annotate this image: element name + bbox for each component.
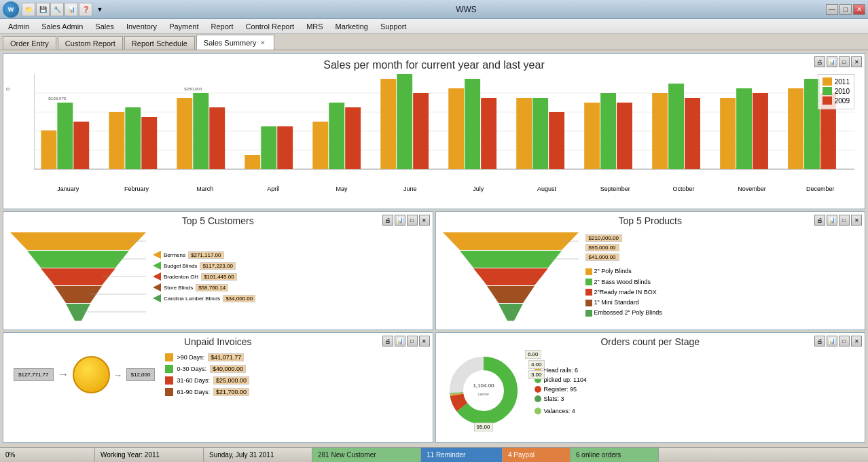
order-headrails-label: Head rails: 6 (544, 367, 579, 374)
unpaid-btn-close[interactable]: ✕ (419, 336, 430, 346)
flow-arrow-2: → (113, 370, 123, 380)
svg-rect-35 (685, 98, 700, 169)
svg-rect-12 (177, 98, 192, 169)
toolbar-icon-4[interactable]: 📊 (65, 3, 78, 16)
legend-color-2011 (822, 77, 832, 86)
panel-controls: 🖨 📊 □ ✕ (814, 56, 862, 67)
svg-rect-20 (345, 107, 361, 169)
unpaid-btn-chart[interactable]: 📊 (395, 336, 405, 346)
menu-sales[interactable]: Sales (90, 21, 120, 32)
toolbar-icon-2[interactable]: 💾 (36, 3, 50, 16)
svg-point-86 (535, 386, 541, 393)
svg-rect-6 (41, 130, 56, 169)
svg-marker-47 (41, 268, 115, 285)
orders-stage-panel: 🖨 📊 □ ✕ Orders count per Stage (435, 332, 866, 443)
svg-marker-59 (153, 294, 161, 302)
product-legend-5: Embossed 2" Poly Blinds (585, 308, 858, 318)
products-btn-resize[interactable]: □ (839, 215, 850, 226)
window-controls: — □ ✕ (826, 4, 865, 15)
panel-btn-close[interactable]: ✕ (851, 56, 862, 67)
orders-btn-print[interactable]: 🖨 (814, 336, 825, 346)
svg-rect-21 (380, 79, 396, 169)
panel-btn-resize[interactable]: □ (839, 56, 850, 67)
product-legend-1: 2" Poly Blinds (585, 266, 858, 277)
order-legend-valances: Valances: 4 (535, 408, 587, 414)
minimize-button[interactable]: — (826, 4, 838, 15)
month-oct: October (649, 185, 718, 192)
month-may: May (308, 185, 376, 192)
tab-custom-report[interactable]: Custom Report (58, 36, 123, 50)
donut-chart: 1,104.00 center 6.00 4.00 3.00 95.00 (446, 353, 521, 428)
month-jul: July (444, 185, 513, 192)
order-legend-register: Register: 95 (535, 386, 587, 393)
customers-btn-close[interactable]: ✕ (419, 215, 430, 226)
menu-control-report[interactable]: Control Report (240, 21, 300, 32)
month-jan: January (34, 185, 103, 192)
svg-rect-31 (600, 93, 616, 169)
toolbar-icon-5[interactable]: ❓ (79, 3, 92, 16)
panel-btn-chart[interactable]: 📊 (827, 56, 837, 67)
menu-admin[interactable]: Admin (3, 21, 35, 32)
menu-report[interactable]: Report (206, 21, 239, 32)
svg-text:center: center (477, 392, 489, 396)
maximize-button[interactable]: □ (839, 4, 852, 15)
customers-panel-controls: 🖨 📊 □ ✕ (382, 215, 430, 226)
svg-marker-63 (487, 286, 535, 303)
middle-panels: 🖨 📊 □ ✕ Top 5 Customers (3, 211, 865, 330)
panel-btn-print[interactable]: 🖨 (814, 56, 825, 67)
toolbar-icon-1[interactable]: 📁 (22, 3, 35, 16)
close-button[interactable]: ✕ (853, 4, 865, 15)
svg-text:$280,000: $280,000 (184, 86, 202, 91)
customers-funnel-svg (10, 232, 146, 321)
svg-rect-11 (141, 117, 157, 169)
legend-2009: 2009 (822, 96, 850, 105)
tab-report-schedule[interactable]: Report Schedule (124, 36, 195, 50)
svg-marker-46 (27, 251, 129, 268)
menu-payment[interactable]: Payment (164, 21, 204, 32)
svg-rect-17 (277, 126, 293, 169)
menu-inventory[interactable]: Inventory (121, 21, 162, 32)
customer-2: Budget Blinds $117,223.00 (153, 262, 255, 270)
window-title: WWS (456, 5, 477, 14)
month-feb: February (103, 185, 171, 192)
svg-marker-56 (153, 262, 161, 270)
orders-title: Orders count per Stage (436, 333, 865, 350)
svg-marker-60 (443, 232, 579, 250)
svg-rect-72 (165, 353, 173, 361)
tab-close-icon[interactable]: ✕ (259, 39, 267, 47)
unpaid-panel-controls: 🖨 📊 □ ✕ (382, 336, 430, 346)
products-btn-chart[interactable]: 📊 (827, 215, 837, 226)
svg-rect-34 (668, 84, 684, 169)
svg-rect-39 (788, 88, 803, 169)
tab-order-entry[interactable]: Order Entry (3, 36, 56, 50)
flow-box-2: $12,000 (126, 368, 156, 381)
products-btn-close[interactable]: ✕ (851, 215, 862, 226)
customers-btn-print[interactable]: 🖨 (382, 215, 393, 226)
unpaid-btn-resize[interactable]: □ (407, 336, 418, 346)
menu-marketing[interactable]: Marketing (330, 21, 374, 32)
svg-rect-75 (165, 388, 173, 396)
orders-btn-resize[interactable]: □ (839, 336, 850, 346)
menu-bar: Admin Sales Admin Sales Inventory Paymen… (0, 19, 868, 34)
donut-val-1: 6.00 (525, 350, 541, 359)
orders-panel-controls: 🖨 📊 □ ✕ (814, 336, 862, 346)
menu-mrs[interactable]: MRS (301, 21, 328, 32)
tab-sales-summery[interactable]: Sales Summery ✕ (196, 35, 275, 50)
top5-products-title: Top 5 Products (436, 212, 865, 229)
customers-btn-chart[interactable]: 📊 (395, 215, 405, 226)
svg-rect-36 (720, 98, 736, 169)
menu-support[interactable]: Support (375, 21, 412, 32)
orders-btn-close[interactable]: ✕ (851, 336, 862, 346)
toolbar-icon-3[interactable]: 🔧 (50, 3, 64, 16)
svg-marker-58 (153, 283, 161, 291)
unpaid-btn-print[interactable]: 🖨 (382, 336, 393, 346)
svg-text:$108,075: $108,075 (48, 96, 67, 101)
orders-btn-chart[interactable]: 📊 (827, 336, 837, 346)
products-btn-print[interactable]: 🖨 (814, 215, 825, 226)
legend-2010: 2010 (822, 87, 850, 95)
menu-sales-admin[interactable]: Sales Admin (36, 21, 88, 32)
month-jun: June (376, 185, 444, 192)
customers-btn-resize[interactable]: □ (407, 215, 418, 226)
order-legend-slats: Slats: 3 (535, 395, 587, 402)
svg-marker-49 (66, 304, 90, 321)
